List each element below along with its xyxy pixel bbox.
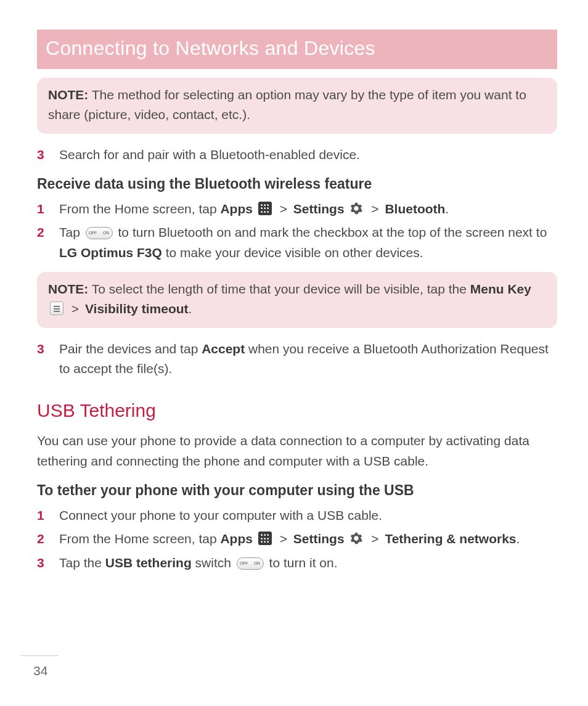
step-number: 1 [37, 506, 44, 526]
text-frag: switch [192, 556, 235, 570]
step-text: Search for and pair with a Bluetooth-ena… [59, 147, 360, 162]
step-text: Tap the USB tethering switch to turn it … [59, 556, 338, 570]
device-name: LG Optimus F3Q [59, 245, 162, 260]
separator: > [369, 532, 381, 546]
list-item: 3 Search for and pair with a Bluetooth-e… [37, 145, 557, 165]
separator: > [277, 532, 290, 546]
step-number: 2 [37, 529, 44, 549]
apps-icon [258, 532, 272, 545]
visibility-timeout-label: Visibility timeout [85, 302, 189, 316]
subheading-receive-bt: Receive data using the Bluetooth wireles… [37, 173, 557, 195]
step-text: From the Home screen, tap Apps > Setting… [59, 202, 449, 216]
note-lead: NOTE: [48, 88, 88, 102]
settings-label: Settings [293, 202, 345, 216]
note-box-2: NOTE: To select the length of time that … [37, 272, 557, 328]
step-number: 3 [37, 553, 44, 573]
separator: > [69, 302, 81, 316]
text-frag: From the Home screen, tap [59, 202, 220, 216]
subheading-tether-usb: To tether your phone with your computer … [37, 480, 557, 502]
step-number: 1 [37, 199, 44, 220]
text-frag: Pair the devices and tap [59, 342, 202, 356]
list-item: 2 Tap to turn Bluetooth on and mark the … [37, 223, 557, 263]
text-frag: Tap [59, 225, 84, 239]
step-text: Connect your phone to your computer with… [59, 508, 382, 522]
list-item: 3 Pair the devices and tap Accept when y… [37, 339, 557, 379]
usb-tethering-label: USB tethering [105, 556, 192, 570]
separator: > [369, 202, 381, 216]
list-item: 2 From the Home screen, tap Apps > Setti… [37, 529, 557, 549]
step-list-usb: 1 Connect your phone to your computer wi… [37, 506, 557, 573]
note-box-1: NOTE: The method for selecting an option… [37, 78, 557, 134]
usb-intro-text: You can use your phone to provide a data… [37, 431, 557, 471]
step-number: 2 [37, 223, 44, 243]
tethering-networks-label: Tethering & networks [385, 532, 516, 546]
text-frag: To select the length of time that your d… [88, 282, 470, 296]
bluetooth-label: Bluetooth [385, 202, 445, 216]
apps-icon [258, 202, 272, 215]
page-number: 34 [21, 655, 59, 681]
toggle-icon [86, 227, 113, 239]
settings-label: Settings [293, 532, 345, 546]
step-text: Pair the devices and tap Accept when you… [59, 342, 549, 376]
step-list-prior: 3 Search for and pair with a Bluetooth-e… [37, 145, 557, 165]
list-item: 1 From the Home screen, tap Apps > Setti… [37, 199, 557, 220]
section-usb-tethering: USB Tethering [37, 396, 557, 425]
apps-label: Apps [220, 202, 253, 216]
step-text: From the Home screen, tap Apps > Setting… [59, 532, 520, 546]
separator: > [277, 202, 290, 216]
accept-label: Accept [202, 342, 245, 356]
gear-icon [349, 202, 363, 215]
menu-key-label: Menu Key [470, 282, 531, 296]
menu-icon [50, 302, 63, 315]
step-list-bt-cont: 3 Pair the devices and tap Accept when y… [37, 339, 557, 379]
step-list-bt: 1 From the Home screen, tap Apps > Setti… [37, 199, 557, 263]
gear-icon [349, 532, 363, 545]
note-lead: NOTE: [48, 282, 88, 296]
apps-label: Apps [220, 532, 253, 546]
text-frag: to make your device visible on other dev… [162, 245, 423, 260]
step-number: 3 [37, 339, 44, 359]
step-text: Tap to turn Bluetooth on and mark the ch… [59, 225, 547, 260]
toggle-icon [237, 557, 264, 570]
text-frag: From the Home screen, tap [59, 532, 220, 546]
page-banner: Connecting to Networks and Devices [37, 30, 557, 69]
text-frag: to turn it on. [266, 556, 338, 570]
list-item: 3 Tap the USB tethering switch to turn i… [37, 553, 557, 573]
list-item: 1 Connect your phone to your computer wi… [37, 506, 557, 526]
note-text: The method for selecting an option may v… [48, 88, 526, 122]
text-frag: to turn Bluetooth on and mark the checkb… [115, 225, 547, 239]
text-frag: Tap the [59, 556, 105, 570]
step-number: 3 [37, 145, 44, 165]
